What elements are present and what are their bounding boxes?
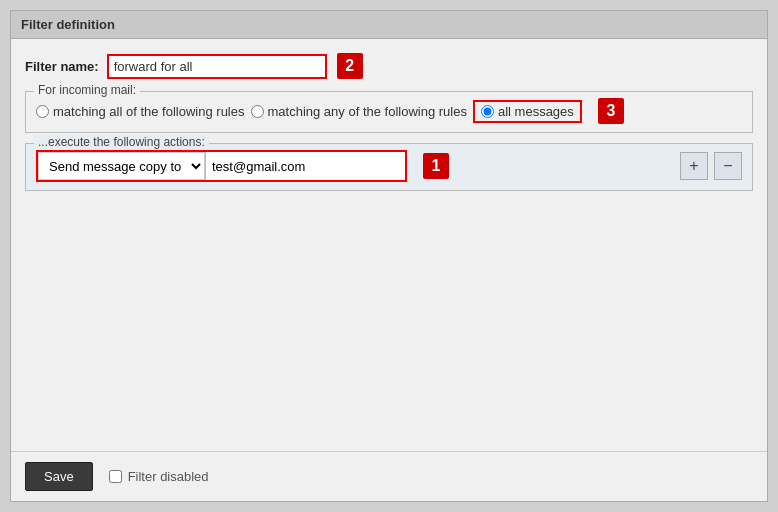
remove-action-button[interactable]: − xyxy=(714,152,742,180)
action-row-inner: Send message copy to Forward to Move to … xyxy=(36,150,407,182)
annotation-1: 1 xyxy=(423,153,449,179)
action-row: Send message copy to Forward to Move to … xyxy=(36,150,742,182)
main-content: Filter name: 2 For incoming mail: matchi… xyxy=(11,39,767,451)
radio-match-any-input[interactable] xyxy=(251,105,264,118)
filter-name-input[interactable] xyxy=(107,54,327,79)
window-title: Filter definition xyxy=(11,11,767,39)
filter-disabled-checkbox[interactable] xyxy=(109,470,122,483)
save-button[interactable]: Save xyxy=(25,462,93,491)
incoming-mail-section: For incoming mail: matching all of the f… xyxy=(25,91,753,133)
actions-legend: ...execute the following actions: xyxy=(34,135,209,149)
filter-definition-window: Filter definition Filter name: 2 For inc… xyxy=(10,10,768,502)
filter-disabled-label: Filter disabled xyxy=(128,469,209,484)
radio-all-messages[interactable]: all messages xyxy=(481,104,574,119)
radio-all-messages-label: all messages xyxy=(498,104,574,119)
radio-match-all-input[interactable] xyxy=(36,105,49,118)
action-email-input[interactable] xyxy=(205,152,405,180)
radio-match-all-label: matching all of the following rules xyxy=(53,104,245,119)
annotation-2: 2 xyxy=(337,53,363,79)
radio-match-any[interactable]: matching any of the following rules xyxy=(251,104,467,119)
radio-match-any-label: matching any of the following rules xyxy=(268,104,467,119)
title-text: Filter definition xyxy=(21,17,115,32)
radio-all-messages-highlighted: all messages xyxy=(473,100,582,123)
radio-options-row: matching all of the following rules matc… xyxy=(36,98,742,124)
footer: Save Filter disabled xyxy=(11,451,767,501)
filter-name-label: Filter name: xyxy=(25,59,99,74)
radio-match-all[interactable]: matching all of the following rules xyxy=(36,104,245,119)
filter-disabled-row: Filter disabled xyxy=(109,469,209,484)
actions-section: ...execute the following actions: Send m… xyxy=(25,143,753,191)
annotation-3: 3 xyxy=(598,98,624,124)
radio-all-messages-input[interactable] xyxy=(481,105,494,118)
add-action-button[interactable]: + xyxy=(680,152,708,180)
incoming-mail-legend: For incoming mail: xyxy=(34,83,140,97)
filter-name-row: Filter name: 2 xyxy=(25,53,753,79)
action-select[interactable]: Send message copy to Forward to Move to … xyxy=(38,152,205,180)
